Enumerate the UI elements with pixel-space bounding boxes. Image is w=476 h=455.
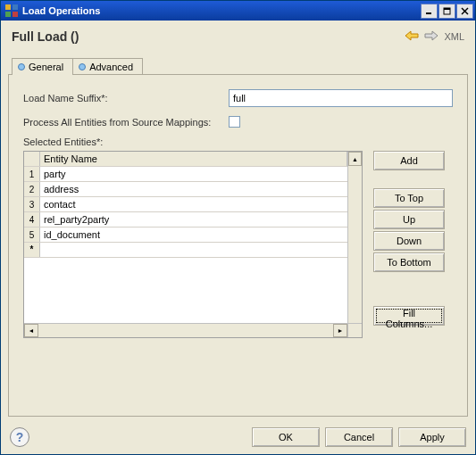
entity-cell[interactable]: address — [40, 182, 362, 196]
titlebar: Load Operations — [1, 1, 475, 21]
footer: ? OK Cancel Apply — [1, 420, 475, 454]
scroll-right-icon[interactable]: ► — [333, 324, 347, 337]
nav-back-icon[interactable] — [405, 29, 419, 44]
tab-advanced[interactable]: Advanced — [72, 58, 143, 74]
row-number: 1 — [24, 167, 40, 181]
bullet-icon — [79, 63, 86, 70]
row-number: 2 — [24, 182, 40, 196]
process-all-checkbox[interactable] — [229, 116, 240, 128]
maximize-button[interactable] — [438, 4, 455, 19]
page-title: Full Load () — [12, 29, 405, 44]
row-number: 5 — [24, 228, 40, 242]
suffix-input[interactable] — [229, 89, 453, 107]
row-number: 4 — [24, 212, 40, 227]
new-row-marker: * — [24, 243, 40, 257]
add-button[interactable]: Add — [373, 151, 445, 170]
to-bottom-button[interactable]: To Bottom — [373, 252, 445, 272]
load-operations-window: Load Operations Full Load () XML General — [0, 0, 476, 455]
fill-columns-button[interactable]: Fill Columns... — [373, 306, 445, 326]
svg-rect-0 — [5, 4, 11, 10]
svg-rect-1 — [13, 4, 18, 10]
table-row[interactable]: 1 party — [24, 167, 362, 182]
table-row[interactable]: 2 address — [24, 182, 362, 197]
tab-label: Advanced — [89, 62, 133, 72]
down-button[interactable]: Down — [373, 231, 445, 251]
cancel-button[interactable]: Cancel — [325, 427, 393, 447]
tab-panel: General Advanced Load Name Suffix*: Proc… — [8, 74, 468, 417]
scroll-left-icon[interactable]: ◄ — [24, 324, 38, 337]
window-title: Load Operations — [22, 5, 421, 16]
row-number: 3 — [24, 197, 40, 211]
process-all-label: Process All Entities from Source Mapping… — [23, 117, 229, 128]
svg-rect-2 — [5, 12, 11, 17]
help-button[interactable]: ? — [10, 427, 29, 447]
row-header-corner — [24, 152, 40, 166]
tab-label: General — [29, 62, 63, 72]
apply-button[interactable]: Apply — [398, 427, 466, 447]
svg-rect-3 — [13, 12, 18, 17]
entities-grid[interactable]: Entity Name 1 party 2 address 3 contac — [23, 151, 363, 338]
close-button[interactable] — [456, 4, 473, 19]
entity-cell[interactable] — [40, 243, 362, 257]
table-row[interactable]: 5 id_document — [24, 228, 362, 243]
suffix-label: Load Name Suffix*: — [23, 93, 229, 103]
to-top-button[interactable]: To Top — [373, 188, 445, 208]
tab-general[interactable]: General — [12, 58, 73, 75]
new-row[interactable]: * — [24, 243, 362, 258]
entity-cell[interactable]: contact — [40, 197, 362, 211]
nav-forward-icon[interactable] — [424, 29, 438, 44]
scrollbar-corner — [347, 324, 362, 337]
entity-cell[interactable]: party — [40, 167, 362, 181]
horizontal-scrollbar[interactable]: ◄ ► — [24, 323, 362, 337]
up-button[interactable]: Up — [373, 210, 445, 229]
app-icon — [4, 4, 19, 18]
table-row[interactable]: 3 contact — [24, 197, 362, 212]
xml-link[interactable]: XML — [444, 31, 464, 42]
selected-entities-label: Selected Entities*: — [23, 136, 453, 147]
entity-cell[interactable]: id_document — [40, 228, 362, 242]
table-row[interactable]: 4 rel_party2party — [24, 212, 362, 228]
entity-cell[interactable]: rel_party2party — [40, 212, 362, 227]
vertical-scrollbar[interactable]: ▲ — [347, 152, 362, 323]
minimize-button[interactable] — [421, 4, 438, 19]
column-header-entity[interactable]: Entity Name — [40, 152, 347, 166]
ok-button[interactable]: OK — [252, 427, 320, 447]
bullet-icon — [18, 63, 25, 70]
scroll-up-icon[interactable]: ▲ — [348, 152, 362, 166]
